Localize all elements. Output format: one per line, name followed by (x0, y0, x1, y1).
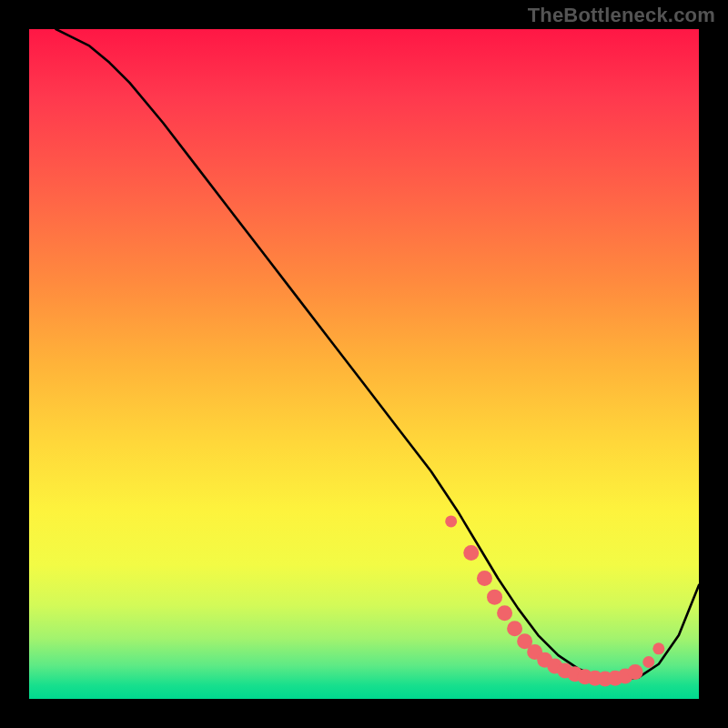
chart-curve (56, 29, 699, 680)
marker-dot (497, 605, 512, 621)
marker-dot (463, 545, 479, 561)
chart-overlay-svg (29, 29, 699, 699)
marker-dot (445, 515, 457, 527)
chart-marker-dots (445, 515, 664, 686)
marker-dot (628, 664, 643, 680)
chart-stage: TheBottleneck.com (0, 0, 728, 728)
marker-dot (652, 642, 664, 654)
marker-dot (507, 621, 522, 636)
watermark-text: TheBottleneck.com (528, 4, 715, 27)
marker-dot (477, 571, 492, 586)
marker-dot (487, 590, 502, 605)
marker-dot (642, 656, 654, 668)
